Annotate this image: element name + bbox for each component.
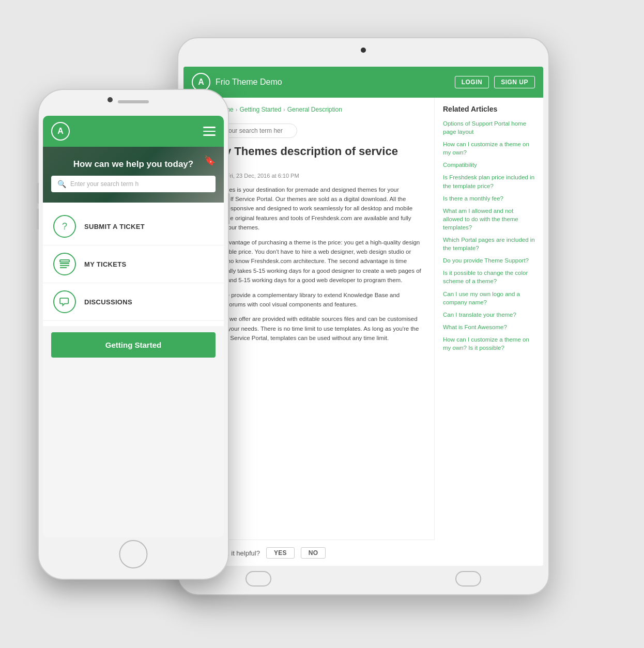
related-article-link[interactable]: Is it possible to change the color schem… [443, 269, 535, 285]
my-tickets-label: MY TICKETS [84, 260, 127, 268]
hamburger-menu-button[interactable] [203, 127, 216, 136]
list-item: Is there a monthly fee? [443, 194, 535, 203]
phone-search-placeholder: Enter your search term h [70, 180, 139, 188]
related-article-link[interactable]: Is there a monthly fee? [443, 194, 535, 203]
tablet-home-btn-left[interactable] [246, 571, 271, 587]
list-item: Can I translate your theme? [443, 311, 535, 319]
related-article-link[interactable]: Can I translate your theme? [443, 311, 535, 319]
tablet-screen: A Frio Theme Demo LOGIN SIGN UP Solution… [183, 67, 543, 566]
discussions-menu-item[interactable]: DISCUSSIONS [43, 283, 224, 321]
phone-logo: A [51, 122, 70, 141]
phone-menu: ? SUBMIT A TICKET MY TICKETS [43, 203, 224, 326]
list-item: Compatibility [443, 161, 535, 169]
related-article-link[interactable]: What am I allowed and not allowed to do … [443, 207, 535, 232]
phone-vol-up-button [37, 183, 39, 204]
signup-button[interactable]: SIGN UP [494, 76, 535, 88]
submit-ticket-label: SUBMIT A TICKET [84, 223, 145, 230]
list-item: Which Portal pages are included in the t… [443, 236, 535, 252]
related-article-link[interactable]: Is Freshdesk plan price included in the … [443, 173, 535, 190]
list-item: How can I customize a theme on my own? [443, 140, 535, 157]
phone-home-button[interactable] [119, 540, 148, 568]
phone-hero: 🔖 How can we help you today? 🔍 Enter you… [43, 147, 224, 203]
related-article-link[interactable]: How can I customize a theme on my own? I… [443, 335, 535, 352]
list-item: Options of Support Portal home page layo… [443, 119, 535, 136]
tablet-device: A Frio Theme Demo LOGIN SIGN UP Solution… [177, 37, 549, 595]
submit-ticket-menu-item[interactable]: ? SUBMIT A TICKET [43, 208, 224, 245]
list-item: What am I allowed and not allowed to do … [443, 207, 535, 232]
getting-started-button[interactable]: Getting Started [51, 332, 216, 358]
phone-header: A [43, 116, 224, 147]
discussions-icon [53, 290, 76, 313]
phone-search-bar[interactable]: 🔍 Enter your search term h [51, 176, 216, 192]
scene: A Frio Theme Demo LOGIN SIGN UP Solution… [38, 27, 606, 621]
tablet-sidebar: Related Articles Options of Support Port… [435, 98, 543, 566]
tablet-home-btn-right[interactable] [455, 571, 481, 587]
related-article-link[interactable]: Do you provide Theme Support? [443, 256, 535, 265]
phone-camera [108, 97, 113, 102]
related-article-link[interactable]: Can I use my own logo and a company name… [443, 290, 535, 306]
list-item: Do you provide Theme Support? [443, 256, 535, 265]
login-button[interactable]: LOGIN [455, 76, 489, 88]
tablet-navbar: A Frio Theme Demo LOGIN SIGN UP [183, 67, 543, 98]
phone-speaker [118, 100, 149, 103]
phone-power-button [228, 193, 230, 224]
breadcrumb-current[interactable]: General Description [287, 106, 342, 113]
ticket-icon: ? [53, 215, 76, 238]
tablet-site-title: Frio Theme Demo [216, 78, 450, 87]
helpful-no-button[interactable]: NO [301, 547, 326, 559]
list-item: Can I use my own logo and a company name… [443, 290, 535, 306]
related-articles-title: Related Articles [443, 105, 535, 113]
list-item: Is Freshdesk plan price included in the … [443, 173, 535, 190]
phone-screen: A 🔖 How can we help you today? 🔍 Enter y… [43, 116, 224, 537]
phone-device: A 🔖 How can we help you today? 🔍 Enter y… [38, 89, 229, 580]
related-article-link[interactable]: How can I customize a theme on my own? [443, 140, 535, 157]
related-articles-list: Options of Support Portal home page layo… [443, 119, 535, 352]
phone-vol-down-button [37, 209, 39, 229]
phone-search-icon: 🔍 [57, 180, 66, 188]
list-item: What is Font Awesome? [443, 323, 535, 331]
my-tickets-icon [53, 253, 76, 275]
bookmark-icon: 🔖 [204, 155, 216, 166]
related-article-link[interactable]: Which Portal pages are included in the t… [443, 236, 535, 252]
related-article-link[interactable]: What is Font Awesome? [443, 323, 535, 331]
helpful-yes-button[interactable]: YES [266, 547, 295, 559]
tablet-camera [361, 48, 366, 53]
list-item: Is it possible to change the color schem… [443, 269, 535, 285]
my-tickets-menu-item[interactable]: MY TICKETS [43, 245, 224, 283]
breadcrumb-section[interactable]: Getting Started [239, 106, 281, 113]
tablet-content-area: Solution home › Getting Started › Genera… [183, 98, 543, 566]
svg-rect-0 [60, 260, 69, 262]
phone-hero-text: How can we help you today? [51, 159, 216, 169]
discussions-label: DISCUSSIONS [84, 298, 132, 306]
related-article-link[interactable]: Compatibility [443, 161, 535, 169]
related-article-link[interactable]: Options of Support Portal home page layo… [443, 119, 535, 136]
list-item: How can I customize a theme on my own? I… [443, 335, 535, 352]
